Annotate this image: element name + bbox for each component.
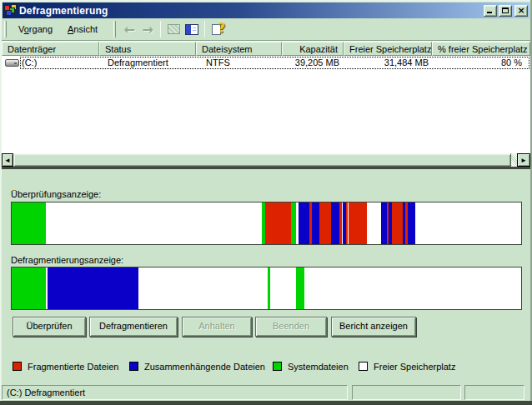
analysis-segment-blue bbox=[331, 202, 339, 244]
hard-drive-icon bbox=[5, 59, 19, 67]
export-list-button[interactable] bbox=[164, 20, 183, 38]
analysis-segment-blue bbox=[408, 202, 415, 244]
defrag-segment-white bbox=[270, 268, 296, 309]
view-report-button[interactable]: Bericht anzeigen bbox=[331, 317, 416, 337]
forward-button[interactable]: → bbox=[138, 20, 157, 38]
window-title: Defragmentierung bbox=[19, 5, 484, 17]
horizontal-scrollbar[interactable]: ◄ ► bbox=[2, 153, 530, 167]
help-icon: ? bbox=[212, 23, 223, 36]
analysis-segment-red bbox=[265, 202, 292, 244]
column-header-datentraeger[interactable]: Datenträger bbox=[2, 42, 99, 56]
maximize-icon bbox=[502, 8, 509, 13]
legend-label: Fragmentierte Dateien bbox=[28, 362, 118, 372]
legend-contiguous: Zusammenhängende Dateien bbox=[129, 361, 265, 372]
analysis-segment-red bbox=[319, 202, 331, 244]
defrag-segment-blue bbox=[48, 268, 138, 309]
scroll-left-arrow-icon[interactable]: ◄ bbox=[2, 153, 13, 167]
defrag-display-band bbox=[11, 267, 522, 310]
forward-arrow-icon: → bbox=[142, 22, 153, 38]
console-tree-icon bbox=[185, 24, 198, 35]
analysis-segment-blue bbox=[312, 202, 319, 244]
legend-fragmented: Fragmentierte Dateien bbox=[13, 361, 118, 372]
column-header-dateisystem[interactable]: Dateisystem bbox=[196, 42, 282, 56]
legend-system: Systemdateien bbox=[273, 361, 349, 372]
export-list-icon bbox=[168, 24, 180, 34]
analysis-segment-white bbox=[46, 202, 262, 244]
pause-button[interactable]: Anhalten bbox=[182, 317, 252, 337]
column-header-freier-speicherplatz[interactable]: Freier Speicherplatz bbox=[344, 42, 432, 56]
menu-toolbar: Vorgang Ansicht ← → ? bbox=[2, 18, 530, 41]
menu-vorgang[interactable]: Vorgang bbox=[11, 22, 60, 37]
defrag-segment-white bbox=[304, 268, 521, 309]
window-border-bottom[interactable] bbox=[0, 401, 532, 405]
status-bar-pane-2 bbox=[352, 385, 461, 400]
toolbar-separator bbox=[160, 21, 161, 38]
list-bottom-edge bbox=[2, 167, 530, 169]
defrag-segment-green bbox=[296, 268, 304, 309]
table-row[interactable]: (C:) Defragmentiert NTFS 39,205 MB 31,48… bbox=[2, 57, 530, 69]
column-header-kapazitaet[interactable]: Kapazität bbox=[282, 42, 344, 56]
window-border-top bbox=[0, 0, 532, 2]
toolbar-gripper-2[interactable] bbox=[113, 21, 116, 38]
scroll-right-arrow-icon[interactable]: ► bbox=[517, 153, 530, 167]
toolbar-separator-2 bbox=[204, 21, 205, 38]
defrag-segment-green bbox=[12, 268, 46, 309]
contiguous-files-swatch-icon bbox=[129, 362, 138, 371]
analysis-segment-green bbox=[12, 202, 46, 244]
list-body: (C:) Defragmentiert NTFS 39,205 MB 31,48… bbox=[2, 56, 530, 155]
minimize-icon bbox=[487, 12, 492, 13]
analysis-segment-white bbox=[415, 202, 521, 244]
row-focus-rect bbox=[20, 57, 529, 69]
column-header-prozent-freier-speicherplatz[interactable]: % freier Speicherplatz bbox=[432, 42, 530, 56]
scrollbar-trough[interactable] bbox=[511, 153, 517, 167]
analysis-segment-blue bbox=[299, 202, 309, 244]
legend-label: Systemdateien bbox=[288, 362, 349, 372]
status-bar-text: (C:) Defragmentiert bbox=[2, 385, 348, 400]
stop-button[interactable]: Beenden bbox=[255, 317, 327, 337]
analysis-display-label: Überprüfungsanzeige: bbox=[11, 189, 101, 199]
close-button[interactable]: × bbox=[514, 5, 528, 17]
defrag-segment-white bbox=[138, 268, 268, 309]
back-arrow-icon: ← bbox=[123, 22, 134, 38]
column-header-status[interactable]: Status bbox=[99, 42, 196, 56]
fragmented-files-swatch-icon bbox=[13, 362, 22, 371]
menu-ansicht[interactable]: Ansicht bbox=[60, 22, 105, 37]
defragmenter-window: Defragmentierung × Vorgang Ansicht ← → ?… bbox=[0, 0, 532, 405]
legend-label: Zusammenhängende Dateien bbox=[144, 362, 265, 372]
free-space-swatch-icon bbox=[359, 362, 368, 371]
back-button[interactable]: ← bbox=[120, 20, 138, 38]
status-bar-pane-3 bbox=[464, 385, 524, 400]
analysis-segment-white bbox=[367, 202, 381, 244]
legend-label: Freier Speicherplatz bbox=[374, 362, 455, 372]
toolbar-gripper[interactable] bbox=[4, 21, 7, 38]
help-button[interactable]: ? bbox=[208, 20, 227, 38]
defragment-button[interactable]: Defragmentieren bbox=[89, 317, 178, 337]
maximize-button[interactable] bbox=[499, 5, 512, 17]
defrag-display-label: Defragmentierungsanzeige: bbox=[11, 255, 123, 265]
analysis-display-band bbox=[11, 202, 522, 245]
close-icon: × bbox=[517, 7, 524, 15]
analysis-segment-blue bbox=[381, 202, 387, 244]
legend-free-space: Freier Speicherplatz bbox=[359, 361, 455, 372]
title-bar[interactable]: Defragmentierung × bbox=[3, 2, 529, 18]
list-header: Datenträger Status Dateisystem Kapazität… bbox=[2, 42, 530, 56]
volume-list: Datenträger Status Dateisystem Kapazität… bbox=[2, 42, 530, 169]
system-files-swatch-icon bbox=[273, 362, 282, 371]
analysis-segment-red bbox=[392, 202, 403, 244]
minimize-button[interactable] bbox=[484, 5, 497, 17]
defragmenter-app-icon bbox=[4, 4, 17, 17]
scrollbar-thumb[interactable] bbox=[13, 153, 511, 167]
analyze-button[interactable]: Überprüfen bbox=[13, 317, 86, 337]
show-console-tree-button[interactable] bbox=[183, 20, 201, 38]
analysis-segment-red bbox=[349, 202, 367, 244]
